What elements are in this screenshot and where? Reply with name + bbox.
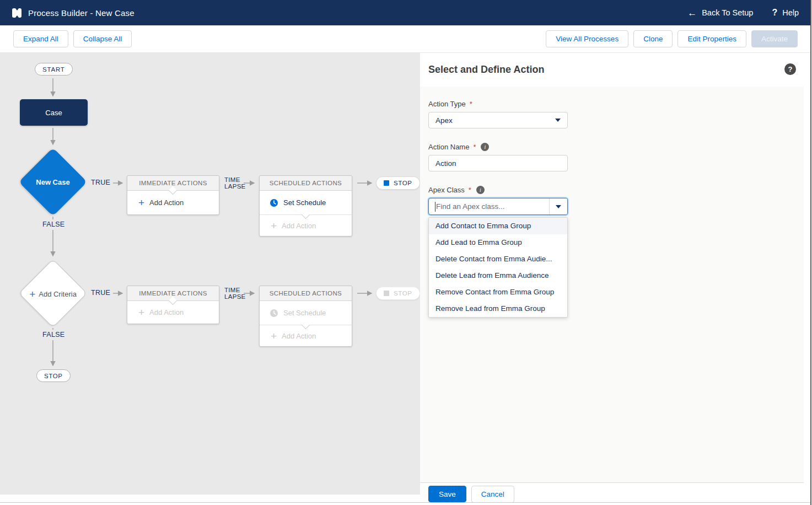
start-node: START xyxy=(35,63,73,76)
apex-class-option[interactable]: Remove Lead from Emma Group xyxy=(429,300,567,317)
scheduled-actions-header-1: SCHEDULED ACTIONS xyxy=(260,176,352,191)
expand-all-button[interactable]: Expand All xyxy=(13,30,68,47)
panel-help-icon[interactable]: ? xyxy=(784,63,796,75)
clone-button[interactable]: Clone xyxy=(633,30,673,47)
apex-class-search-input[interactable] xyxy=(429,198,549,214)
required-asterisk: * xyxy=(470,100,472,108)
action-type-field: Action Type* Apex xyxy=(428,100,804,128)
add-criteria-node[interactable]: + Add Criteria xyxy=(19,259,87,327)
save-button[interactable]: Save xyxy=(428,486,466,502)
apex-class-option-list: Add Contact to Emma Group Add Lead to Em… xyxy=(428,217,568,318)
panel-footer: Save Cancel xyxy=(420,482,804,505)
apex-class-option[interactable]: Add Contact to Emma Group xyxy=(429,218,567,234)
back-to-setup-link[interactable]: ← Back To Setup xyxy=(687,8,753,18)
help-link[interactable]: ? Help xyxy=(772,8,799,18)
action-type-select[interactable]: Apex xyxy=(428,112,568,128)
object-node-case[interactable]: Case xyxy=(20,99,88,126)
back-arrow-icon: ← xyxy=(687,8,697,18)
info-icon[interactable]: i xyxy=(476,186,485,194)
edit-properties-button[interactable]: Edit Properties xyxy=(677,30,746,47)
plus-icon: + xyxy=(271,221,277,231)
apex-class-option[interactable]: Delete Contact from Emma Audie... xyxy=(429,251,567,267)
time-lapse-label-2: TIMELAPSE xyxy=(224,287,246,300)
apex-class-dropdown-button[interactable] xyxy=(549,198,567,214)
text-cursor xyxy=(435,202,435,212)
scheduled-actions-box-1: SCHEDULED ACTIONS Set Schedule + Add Act… xyxy=(259,175,352,237)
panel-title: Select and Define Action xyxy=(428,64,544,76)
app-title: Process Builder - New Case xyxy=(28,8,135,18)
apex-class-label: Apex Class xyxy=(428,186,465,194)
action-panel: Select and Define Action ? Action Type* … xyxy=(420,53,804,505)
plus-icon: + xyxy=(271,331,277,341)
cancel-button[interactable]: Cancel xyxy=(471,486,514,503)
false-label-2: FALSE xyxy=(42,331,64,339)
stop-square-icon xyxy=(384,291,389,296)
window-right-edge xyxy=(810,0,811,505)
plus-icon: + xyxy=(138,197,144,208)
collapse-all-button[interactable]: Collapse All xyxy=(73,30,132,47)
process-builder-app: Process Builder - New Case ← Back To Set… xyxy=(0,0,812,505)
add-action-button-3[interactable]: + Add Action xyxy=(127,301,219,324)
true-label-2: TRUE xyxy=(91,289,110,297)
action-name-field: Action Name* i xyxy=(428,143,804,171)
action-type-value: Apex xyxy=(435,116,453,125)
action-name-label: Action Name xyxy=(428,143,469,151)
apex-class-combobox xyxy=(428,198,568,215)
flow-canvas: START Case New Case TRUE FALSE IMMEDIATE… xyxy=(0,53,420,495)
activate-button[interactable]: Activate xyxy=(751,30,798,47)
panel-body: Action Type* Apex Action Name* i Apex Cl… xyxy=(420,87,804,482)
panel-header: Select and Define Action ? xyxy=(420,53,804,87)
apex-class-option[interactable]: Add Lead to Emma Group xyxy=(429,234,567,251)
action-name-input[interactable] xyxy=(428,155,568,171)
clock-icon xyxy=(270,198,278,207)
help-icon: ? xyxy=(772,8,777,18)
required-asterisk: * xyxy=(469,186,471,194)
action-type-label: Action Type xyxy=(428,100,466,108)
required-asterisk: * xyxy=(473,143,476,151)
process-builder-icon xyxy=(12,8,21,18)
criteria-node-new-case[interactable]: New Case xyxy=(19,148,87,216)
help-label: Help xyxy=(782,8,799,17)
immediate-actions-box-2: IMMEDIATE ACTIONS + Add Action xyxy=(127,286,219,324)
plus-icon: + xyxy=(138,307,144,318)
false-label-1: FALSE xyxy=(42,221,64,228)
clock-icon xyxy=(270,309,278,318)
info-icon[interactable]: i xyxy=(481,143,489,151)
stop-node-end: STOP xyxy=(36,369,71,382)
apex-class-option[interactable]: Remove Contact from Emma Group xyxy=(429,284,567,300)
back-to-setup-label: Back To Setup xyxy=(702,8,753,17)
apex-class-option[interactable]: Delete Lead from Emma Audience xyxy=(429,267,567,284)
toolbar: Expand All Collapse All View All Process… xyxy=(0,25,811,53)
stop-square-icon xyxy=(384,180,389,186)
time-lapse-label-1: TIMELAPSE xyxy=(224,176,246,190)
plus-icon: + xyxy=(29,289,35,299)
add-action-button-2[interactable]: + Add Action xyxy=(260,215,352,236)
apex-class-field: Apex Class* i Add Contact to Emma Group … xyxy=(428,186,804,318)
chevron-down-icon xyxy=(555,119,561,122)
window-bottom-edge xyxy=(0,502,810,503)
add-action-button-4[interactable]: + Add Action xyxy=(260,325,352,346)
stop-node-1: STOP xyxy=(376,176,420,190)
stop-node-2: STOP xyxy=(376,287,420,300)
chevron-down-icon xyxy=(556,205,561,208)
true-label-1: TRUE xyxy=(91,179,110,186)
view-all-processes-button[interactable]: View All Processes xyxy=(546,30,628,47)
scheduled-actions-header-2: SCHEDULED ACTIONS xyxy=(260,286,352,301)
immediate-actions-box-1: IMMEDIATE ACTIONS + Add Action xyxy=(127,175,219,215)
add-action-button-1[interactable]: + Add Action xyxy=(127,191,219,214)
scheduled-actions-box-2: SCHEDULED ACTIONS Set Schedule + Add Act… xyxy=(259,286,352,347)
top-bar: Process Builder - New Case ← Back To Set… xyxy=(0,0,811,25)
